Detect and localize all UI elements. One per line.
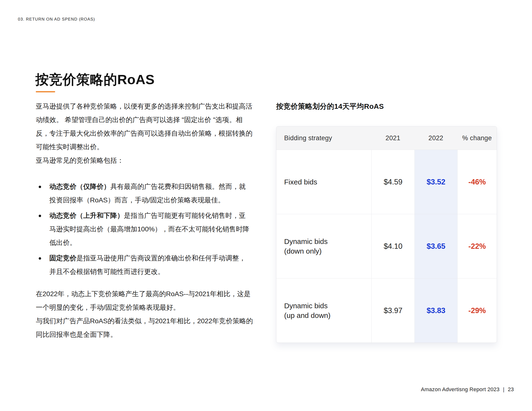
bullet-list: 动态竞价（仅降价）具有最高的广告花费和归因销售额。然而，就 投资回报率（RoAS… [36,180,269,279]
page-footer: Amazon Advertisng Report 2023|23 [421,386,514,393]
bullet-icon [39,215,41,217]
footer-separator: | [503,386,504,392]
strategy-qualifier: (down only) [284,246,328,256]
strategy-qualifier: (up and down) [284,311,331,320]
list-item-dynamic-up-down: 动态竞价（上升和下降）是指当广告可能更有可能转化销售时，亚 马逊实时提高出价（最… [36,209,269,250]
bullet-lead: 动态竞价（仅降价） [49,183,110,190]
strategy-cell: Dynamic bids (down only) [276,214,371,278]
value-percent-change: -22% [457,214,497,278]
value-2022: $3.65 [415,214,457,278]
intro-paragraph: 亚马逊提供了各种竞价策略，以便有更多的选择来控制广告支出和提高活 动绩效。 希望… [36,100,269,167]
column-header-2021: 2021 [371,126,415,150]
footer-report-name: Amazon Advertisng Report 2023 [421,386,499,392]
bullet-icon [39,257,41,260]
bullet-icon [39,186,41,188]
strategy-name: Fixed bids [284,177,317,187]
value-percent-change: -29% [457,278,497,343]
section-label: 03. RETURN ON AD SPEND (ROAS) [18,17,95,22]
value-2021: $4.59 [371,150,415,214]
value-2021: $3.97 [371,278,415,343]
strategy-cell: Fixed bids [276,150,371,214]
roas-table: Bidding strategy 2021 2022 % change Fixe… [276,126,497,343]
strategy-name: Dynamic bids [284,301,331,311]
bullet-lead: 动态竞价（上升和下降） [49,212,124,219]
column-header-2022: 2022 [415,126,457,150]
list-item-dynamic-down-only: 动态竞价（仅降价）具有最高的广告花费和归因销售额。然而，就 投资回报率（RoAS… [36,180,269,207]
bullet-text: 是指亚马逊使用广告商设置的准确出价和任何手动调整， 并且不会根据销售可能性而进行… [49,254,246,275]
list-item-fixed-bids: 固定竞价是指亚马逊使用广告商设置的准确出价和任何手动调整， 并且不会根据销售可能… [36,252,269,279]
table-title: 按竞价策略划分的14天平均RoAS [276,102,384,112]
article-body: 亚马逊提供了各种竞价策略，以便有更多的选择来控制广告支出和提高活 动绩效。 希望… [36,100,269,341]
value-2022: $3.52 [415,150,457,214]
title-accent-rule [36,91,55,92]
strategy-cell: Dynamic bids (up and down) [276,278,371,343]
strategy-name: Dynamic bids [284,237,328,246]
column-header-percent-change: % change [457,126,497,150]
column-header-bidding-strategy: Bidding strategy [276,126,371,150]
value-2021: $4.10 [371,214,415,278]
footer-page-number: 23 [508,386,514,392]
page-title: 按竞价策略的RoAS [35,71,154,89]
value-2022: $3.83 [415,278,457,343]
value-percent-change: -46% [457,150,497,214]
bullet-lead: 固定竞价 [49,254,76,262]
conclusion-paragraph: 在2022年，动态上下竞价策略产生了最高的RoAS--与2021年相比，这是 一… [36,287,269,341]
